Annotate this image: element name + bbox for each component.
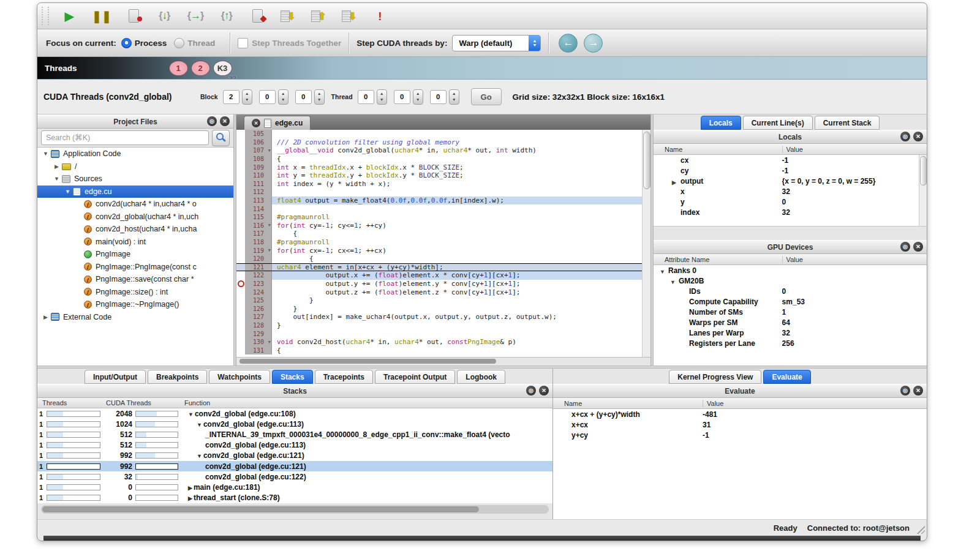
table-row-ids[interactable]: IDs0	[654, 286, 927, 296]
column-header[interactable]: Value	[703, 400, 927, 407]
pause-icon[interactable]: ❚❚	[92, 7, 111, 24]
code-line-117[interactable]: 117 {	[236, 230, 642, 238]
column-header[interactable]: Function	[184, 399, 552, 407]
block-spinner-0[interactable]: 2▲▼	[223, 89, 252, 105]
stack-frame-row[interactable]: 10▶main (edge.cu:181)	[37, 482, 552, 492]
column-header[interactable]: Threads	[37, 399, 106, 407]
interrupt-icon[interactable]: !	[372, 7, 388, 24]
tab-watchpoints[interactable]: Watchpoints	[209, 370, 270, 384]
stack-frame-row[interactable]: 1512conv2d_global (edge.cu:113)	[37, 440, 552, 451]
code-line-114[interactable]: 114	[236, 204, 642, 213]
code-line-119[interactable]: 119▼ for(int cx=-1; cx<=1; ++cx)	[236, 246, 642, 255]
table-row-cy[interactable]: cy-1	[654, 165, 927, 176]
table-row-x-cx[interactable]: x+cx31	[553, 419, 927, 430]
toolbar-drag-handle[interactable]	[42, 7, 49, 25]
radio-process[interactable]	[121, 38, 132, 48]
table-row-number-of-sms[interactable]: Number of SMs1	[654, 307, 927, 317]
thread-spinner-0[interactable]: 0▲▼	[358, 89, 387, 105]
table-row-index[interactable]: index32	[654, 207, 927, 217]
breakpoint-gutter[interactable]	[236, 222, 245, 230]
tree-item-[interactable]: ▶/	[37, 160, 233, 173]
scrollbar-thumb[interactable]	[42, 506, 479, 512]
fold-arrow-icon[interactable]: ▼	[268, 340, 271, 345]
breakpoint-gutter[interactable]	[236, 338, 245, 347]
thread-badge-k3[interactable]: K39/9	[213, 61, 232, 76]
code-line-120[interactable]: 120 {	[236, 255, 642, 263]
code-line-121[interactable]: 121 uchar4 element = in[x+cx + (y+cy)*wi…	[236, 263, 642, 272]
warp-select[interactable]: Warp (default) ▲▼	[452, 35, 541, 51]
code-line-111[interactable]: 111 int index = (y * width + x);	[236, 180, 642, 189]
code-line-131[interactable]: 131{	[236, 346, 642, 354]
add-breakpoint-icon[interactable]	[126, 7, 142, 24]
play-icon[interactable]: ▶	[61, 7, 77, 24]
step-out-icon[interactable]: {↑}	[219, 7, 235, 24]
step-over-icon[interactable]: {→}	[187, 7, 204, 24]
resize-grip-icon[interactable]	[916, 525, 925, 534]
breakpoint-gutter[interactable]	[236, 180, 245, 189]
back-button[interactable]: ←	[559, 34, 578, 53]
close-tab-icon[interactable]: ✕	[252, 119, 260, 127]
code-line-124[interactable]: 124 output.z += (float)element.z * conv[…	[236, 288, 642, 296]
expand-arrow-icon[interactable]: ▼	[660, 269, 665, 275]
thread-badge-2[interactable]: 2	[191, 61, 210, 76]
breakpoint-gutter[interactable]	[236, 288, 245, 296]
tab-current-stack[interactable]: Current Stack	[815, 116, 880, 130]
stack-frame-row[interactable]: 1512_INTERNAL_39_tmpxft_000031e4_0000000…	[37, 429, 552, 440]
code-line-118[interactable]: 118 #pragma unroll	[236, 238, 642, 247]
tab-input-output[interactable]: Input/Output	[85, 370, 146, 384]
editor-vertical-scrollbar[interactable]	[642, 130, 650, 357]
table-row-compute-capability[interactable]: Compute Capabilitysm_53	[654, 296, 927, 307]
code-line-107[interactable]: 107▼__global__ void conv2d_global(uchar4…	[236, 146, 642, 155]
breakpoint-gutter[interactable]	[236, 296, 245, 305]
column-header[interactable]: Value	[782, 256, 927, 263]
breakpoint-gutter[interactable]	[236, 155, 245, 163]
breakpoint-gutter[interactable]	[236, 246, 245, 255]
breakpoint-gutter[interactable]	[236, 346, 245, 354]
scrollbar-thumb[interactable]	[920, 156, 927, 186]
expand-arrow-icon[interactable]: ▶	[188, 485, 192, 491]
breakpoint-gutter[interactable]	[236, 255, 245, 263]
stack-frame-row[interactable]: 12048▼conv2d_global (edge.cu:108)	[37, 408, 552, 419]
tree-item-conv2d-host-uchar4-in-ucha[interactable]: ƒconv2d_host(uchar4 * in,ucha	[37, 223, 233, 236]
breakpoint-gutter[interactable]	[236, 230, 245, 238]
close-panel-button[interactable]: ✕	[913, 242, 923, 252]
tree-item-pngimage-pngimage-const-c[interactable]: ƒPngImage::PngImage(const c	[37, 261, 233, 274]
stack-frame-row[interactable]: 11024▼conv2d_global (edge.cu:113)	[37, 419, 552, 429]
tree-item-pngimage-pngimage[interactable]: ƒPngImage::~PngImage()	[37, 298, 233, 311]
editor-horizontal-scrollbar[interactable]	[236, 357, 650, 365]
breakpoint-gutter[interactable]	[236, 197, 245, 205]
tab-logbook[interactable]: Logbook	[457, 370, 505, 384]
tree-item-edge-cu[interactable]: ▼edge.cu	[37, 186, 233, 198]
code-line-129[interactable]: 129	[236, 329, 642, 338]
run-to-line-icon[interactable]	[249, 7, 265, 24]
tab-tracepoint-output[interactable]: Tracepoint Output	[375, 370, 455, 384]
expand-arrow-icon[interactable]: ▼	[197, 422, 202, 428]
table-row-output[interactable]: ▶output{x = 0, y = 0, z = 0, w = 255}	[654, 176, 927, 186]
detach-panel-button[interactable]: ◎	[526, 386, 536, 395]
tab-kernel-progress-view[interactable]: Kernel Progress View	[669, 370, 761, 384]
forward-button[interactable]: →	[584, 34, 603, 53]
tree-item-main-void-int[interactable]: ƒmain(void) : int	[37, 236, 233, 249]
breakpoint-gutter[interactable]	[236, 204, 245, 213]
tree-item-pngimage-save-const-char[interactable]: ƒPngImage::save(const char *	[37, 273, 233, 286]
fold-arrow-icon[interactable]: ▼	[268, 248, 271, 253]
column-header[interactable]: Attribute Name	[654, 256, 782, 263]
close-panel-button[interactable]: ✕	[913, 132, 923, 141]
stack-frame-row[interactable]: 1992▼conv2d_global (edge.cu:121)	[37, 451, 552, 461]
breakpoint-gutter[interactable]	[236, 271, 245, 280]
block-spinner-1[interactable]: 0▲▼	[259, 89, 288, 105]
tree-item-conv2d-global-uchar4-in-uch[interactable]: ƒconv2d_global(uchar4 * in,uch	[37, 211, 233, 223]
column-header[interactable]: CUDA Threads	[106, 399, 184, 407]
column-header[interactable]: Value	[782, 146, 927, 153]
scrollbar-thumb[interactable]	[643, 132, 650, 189]
code-line-105[interactable]: 105	[236, 130, 642, 138]
table-row-gm20b[interactable]: ▼GM20B	[654, 276, 927, 286]
editor-tab-edge-cu[interactable]: ✕ edge.cu	[244, 116, 311, 130]
tab-breakpoints[interactable]: Breakpoints	[148, 370, 207, 384]
detach-panel-button[interactable]: ◎	[207, 116, 217, 126]
close-panel-button[interactable]: ✕	[913, 386, 923, 395]
breakpoint-gutter[interactable]	[236, 238, 245, 247]
stack-frame-row[interactable]: 10▶thread_start (clone.S:78)	[37, 493, 552, 503]
code-line-126[interactable]: 126 }	[236, 304, 642, 313]
code-line-128[interactable]: 128}	[236, 321, 642, 330]
